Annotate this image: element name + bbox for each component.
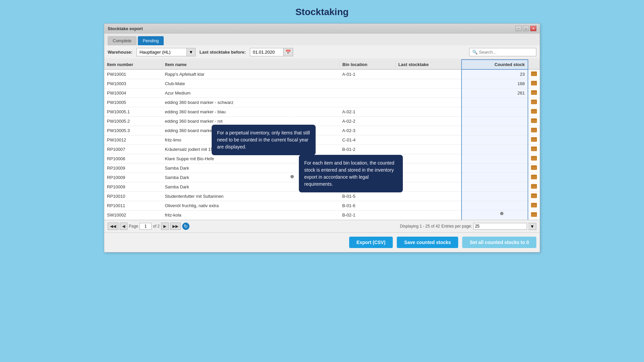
counted-stock-cell[interactable] (462, 145, 528, 154)
export-csv-button[interactable]: Export (CSV) (349, 237, 393, 248)
warehouse-value[interactable]: Hauptlager (HL) (137, 48, 187, 56)
item-number-cell: PW10005.3 (104, 126, 162, 135)
first-page-button[interactable]: ◀◀ (108, 223, 118, 230)
last-stocktake-cell (395, 107, 462, 117)
package-icon[interactable] (531, 100, 537, 104)
item-number-cell: SW10002 (104, 210, 162, 220)
prev-page-button[interactable]: ◀ (120, 223, 127, 230)
close-button[interactable]: ✕ (530, 26, 536, 31)
tooltip-counted-stock: For each item and bin location, the coun… (299, 155, 403, 192)
tab-pending[interactable]: Pending (138, 36, 164, 45)
package-icon[interactable] (531, 184, 537, 189)
package-icon[interactable] (531, 90, 537, 95)
package-icon[interactable] (531, 109, 537, 114)
package-icon[interactable] (531, 212, 537, 217)
counted-stock-cell[interactable]: 261 (462, 88, 528, 98)
row-action-icon[interactable] (528, 107, 540, 117)
counted-stock-cell[interactable] (462, 117, 528, 126)
counted-stock-cell[interactable]: 23 (462, 69, 528, 79)
row-action-icon[interactable] (528, 88, 540, 98)
row-action-icon[interactable] (528, 98, 540, 107)
counted-stock-cell[interactable] (462, 154, 528, 164)
package-icon[interactable] (531, 193, 537, 198)
table-row: PW10005.1edding 360 board marker - blauA… (104, 107, 540, 117)
calendar-icon[interactable]: 📅 (283, 48, 293, 56)
counted-stock-cell[interactable] (462, 98, 528, 107)
package-icon[interactable] (531, 146, 537, 151)
counted-stock-cell[interactable] (462, 192, 528, 201)
last-stocktake-cell (395, 164, 462, 173)
item-number-cell: PW10005.2 (104, 117, 162, 126)
main-window: Stocktake export − □ ✕ Complete Pending … (104, 23, 540, 252)
item-number-cell: RP10009 (104, 164, 162, 173)
package-icon[interactable] (531, 71, 537, 76)
last-page-button[interactable]: ▶▶ (170, 223, 181, 230)
item-number-cell: RP10008 (104, 154, 162, 164)
date-input[interactable] (250, 48, 283, 56)
counted-stock-cell[interactable] (462, 201, 528, 210)
item-name-cell: Olivenöl fruchtig, nativ extra (162, 201, 339, 210)
row-action-icon[interactable] (528, 69, 540, 79)
counted-stock-cell[interactable] (462, 126, 528, 135)
counted-stock-cell[interactable] (462, 182, 528, 192)
row-action-icon[interactable] (528, 135, 540, 145)
counted-stock-cell[interactable] (462, 107, 528, 117)
search-input[interactable] (479, 50, 533, 55)
row-action-icon[interactable] (528, 182, 540, 192)
row-action-icon[interactable] (528, 173, 540, 182)
last-stocktake-label: Last stocktake before: (200, 50, 246, 55)
save-counted-stocks-button[interactable]: Save counted stocks (397, 237, 458, 248)
last-stocktake-cell (395, 173, 462, 182)
tab-complete[interactable]: Complete (108, 36, 137, 45)
counted-stock-cell[interactable] (462, 173, 528, 182)
last-stocktake-cell (395, 79, 462, 88)
table-row: RP10007Kräutersalz jodiert mit 15% Kräut… (104, 145, 540, 154)
row-action-icon[interactable] (528, 126, 540, 135)
last-stocktake-cell (395, 201, 462, 210)
warehouse-selector[interactable]: Hauptlager (HL) ▼ (137, 48, 196, 56)
entries-per-page-input[interactable] (473, 223, 527, 230)
col-item-number: Item number (104, 60, 162, 69)
col-counted-stock: Counted stock (462, 60, 528, 69)
pagination-bar: ◀◀ ◀ Page of 2 ▶ ▶▶ ↻ Displaying 1 - 25 … (104, 220, 540, 232)
set-all-counted-button[interactable]: Set all counted stocks to 0 (462, 237, 536, 248)
row-action-icon[interactable] (528, 154, 540, 164)
row-action-icon[interactable] (528, 79, 540, 88)
search-box[interactable]: 🔍 (469, 48, 536, 56)
item-name-cell: fritz-kola (162, 210, 339, 220)
package-icon[interactable] (531, 165, 537, 170)
row-action-icon[interactable] (528, 145, 540, 154)
counted-stock-cell[interactable] (462, 135, 528, 145)
date-picker[interactable]: 📅 (250, 48, 293, 56)
row-action-icon[interactable] (528, 164, 540, 173)
page-number-input[interactable] (140, 223, 152, 230)
stocktake-table: Item number Item name Bin location Last … (104, 59, 540, 220)
warehouse-dropdown-arrow[interactable]: ▼ (187, 48, 196, 56)
bin-location-cell: A-02-2 (339, 117, 395, 126)
row-action-icon[interactable] (528, 201, 540, 210)
footer-bar: Export (CSV) Save counted stocks Set all… (104, 232, 540, 252)
package-icon[interactable] (531, 156, 537, 161)
row-action-icon[interactable] (528, 210, 540, 220)
minimize-button[interactable]: − (516, 26, 522, 31)
bin-location-cell (339, 79, 395, 88)
package-icon[interactable] (531, 175, 537, 179)
entries-dropdown-arrow[interactable]: ▼ (528, 223, 536, 230)
counted-stock-cell[interactable] (462, 164, 528, 173)
package-icon[interactable] (531, 203, 537, 207)
row-action-icon[interactable] (528, 192, 540, 201)
counted-stock-cell[interactable]: 168 (462, 79, 528, 88)
package-icon[interactable] (531, 137, 537, 142)
maximize-button[interactable]: □ (523, 26, 529, 31)
tooltip-perpetual-inventory-text: For a perpetual inventory, only items th… (212, 125, 316, 155)
refresh-button[interactable]: ↻ (182, 223, 190, 230)
item-number-cell: RP10011 (104, 201, 162, 210)
package-icon[interactable] (531, 81, 537, 85)
next-page-button[interactable]: ▶ (161, 223, 169, 230)
package-icon[interactable] (531, 128, 537, 132)
counted-stock-cell[interactable] (462, 210, 528, 220)
table-row: PW10012fritz-limoC-01-4 (104, 135, 540, 145)
table-row: RP10010Studentenfutter mit SultaninenB-0… (104, 192, 540, 201)
row-action-icon[interactable] (528, 117, 540, 126)
package-icon[interactable] (531, 118, 537, 123)
